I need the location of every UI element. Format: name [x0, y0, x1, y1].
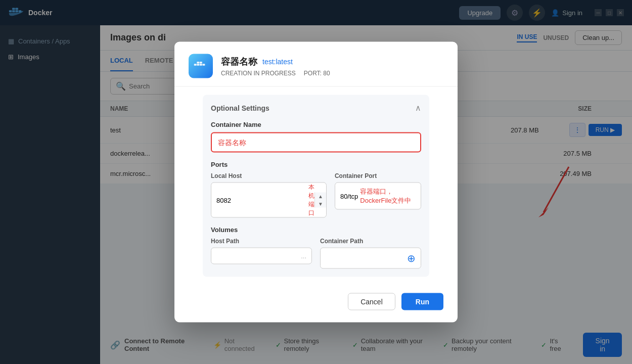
- container-path-input[interactable]: ⊕: [320, 248, 421, 269]
- port-spin-up[interactable]: ▲: [315, 193, 326, 200]
- image-tag: test:latest: [262, 58, 293, 66]
- ports-section: Ports Local Host 本机端口 ▲ ▼: [211, 161, 421, 218]
- ports-label: Ports: [211, 161, 421, 168]
- dialog-header: 容器名称 test:latest CREATION IN PROGRESS PO…: [174, 42, 458, 87]
- local-host-label: Local Host: [211, 172, 327, 179]
- optional-settings-title: Optional Settings: [211, 104, 269, 112]
- container-port-label: Container Port: [335, 172, 421, 179]
- svg-rect-8: [194, 64, 197, 66]
- container-name-section: Container Name: [211, 121, 421, 153]
- local-host-col: Local Host 本机端口 ▲ ▼: [211, 172, 327, 218]
- svg-rect-13: [203, 64, 205, 66]
- dialog-status: CREATION IN PROGRESS PORT: 80: [221, 70, 330, 77]
- svg-rect-11: [197, 62, 199, 64]
- host-path-label: Host Path: [211, 238, 312, 245]
- container-name-label: Container Name: [211, 121, 421, 128]
- run-image-dialog: 容器名称 test:latest CREATION IN PROGRESS PO…: [174, 42, 458, 323]
- port-spin-down[interactable]: ▼: [315, 200, 326, 208]
- volumes-row: Host Path ... Container Path ⊕: [211, 238, 421, 269]
- host-path-input[interactable]: ...: [211, 248, 312, 264]
- dialog-body: Optional Settings ∧ Container Name Ports…: [174, 87, 458, 285]
- dialog-title-wrap: 容器名称 test:latest CREATION IN PROGRESS PO…: [221, 56, 330, 77]
- volumes-label: Volumes: [211, 226, 421, 234]
- local-port-input[interactable]: [211, 192, 306, 208]
- local-port-annotation: 本机端口: [308, 183, 314, 217]
- port-spinner: ▲ ▼: [314, 193, 326, 208]
- svg-rect-9: [197, 64, 199, 66]
- container-port-value: 80/tcp 容器端口，DockerFile文件中: [335, 183, 421, 210]
- add-volume-button[interactable]: ⊕: [407, 252, 416, 264]
- optional-settings-section: Optional Settings ∧ Container Name Ports…: [203, 95, 429, 277]
- local-host-input-wrap: 本机端口 ▲ ▼: [211, 183, 327, 218]
- collapse-icon[interactable]: ∧: [415, 103, 421, 113]
- optional-settings-header: Optional Settings ∧: [211, 103, 421, 113]
- container-path-label: Container Path: [320, 238, 421, 245]
- dialog-footer: Cancel Run: [174, 285, 458, 323]
- host-path-col: Host Path ...: [211, 238, 312, 264]
- container-port-annotation: 容器端口，DockerFile文件中: [360, 187, 416, 205]
- volumes-section: Volumes Host Path ... Container Path ⊕: [211, 226, 421, 269]
- container-name-input[interactable]: [211, 132, 421, 153]
- dialog-image-name: 容器名称 test:latest: [221, 56, 330, 68]
- svg-rect-10: [200, 64, 202, 66]
- dialog-icon: [189, 54, 213, 78]
- run-dialog-button[interactable]: Run: [401, 293, 443, 310]
- cancel-button[interactable]: Cancel: [348, 293, 395, 310]
- dots-icon: ...: [301, 252, 306, 260]
- svg-rect-12: [200, 62, 202, 64]
- container-path-col: Container Path ⊕: [320, 238, 421, 269]
- container-port-col: Container Port 80/tcp 容器端口，DockerFile文件中: [335, 172, 421, 210]
- ports-row: Local Host 本机端口 ▲ ▼ Container Port: [211, 172, 421, 218]
